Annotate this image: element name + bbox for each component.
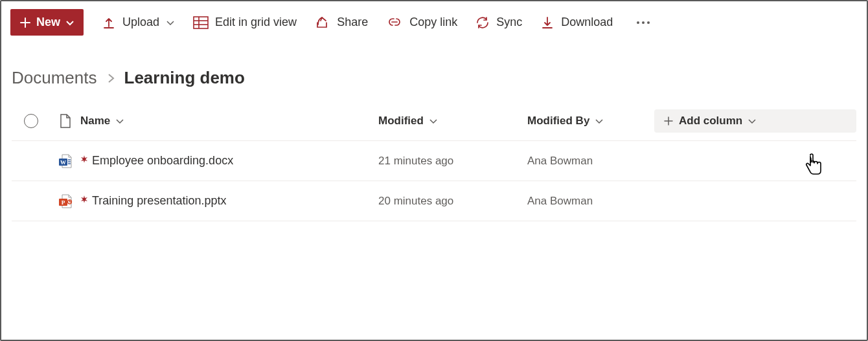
chevron-right-icon: [106, 72, 115, 84]
download-button[interactable]: Download: [540, 12, 613, 34]
new-badge-icon: [80, 193, 87, 199]
download-label: Download: [561, 16, 613, 29]
chevron-down-icon: [595, 116, 604, 126]
modified-value: 21 minutes ago: [378, 155, 453, 167]
new-badge-icon: [80, 153, 87, 159]
plus-icon: [663, 116, 674, 126]
edit-grid-label: Edit in grid view: [215, 16, 297, 29]
modified-by-value: Ana Bowman: [527, 195, 593, 207]
svg-point-4: [637, 21, 639, 24]
word-file-icon: W: [58, 153, 73, 169]
upload-button[interactable]: Upload: [102, 12, 175, 34]
file-name-link[interactable]: Training presentation.pptx: [92, 194, 226, 208]
copy-link-label: Copy link: [409, 16, 457, 29]
select-all-toggle[interactable]: [12, 114, 51, 128]
svg-point-6: [647, 21, 650, 24]
chevron-down-icon: [166, 18, 175, 27]
command-toolbar: New Upload Edit in grid view Share Copy …: [1, 1, 867, 43]
add-column-label: Add column: [679, 115, 742, 127]
modified-column-header[interactable]: Modified: [378, 115, 438, 127]
table-row[interactable]: P Training presentation.pptx 20 minutes …: [12, 181, 856, 221]
grid-icon: [193, 16, 209, 29]
add-column-button[interactable]: Add column: [654, 109, 856, 133]
file-icon: [60, 114, 71, 128]
filetype-column-header[interactable]: [51, 114, 80, 128]
chevron-down-icon: [65, 18, 74, 27]
table-row[interactable]: W Employee onboarding.docx 21 minutes ag…: [12, 141, 856, 181]
list-header-row: Name Modified Modified By Add column: [12, 101, 856, 141]
share-label: Share: [337, 16, 368, 29]
modified-value: 20 minutes ago: [378, 195, 453, 207]
modified-by-value: Ana Bowman: [527, 155, 593, 167]
svg-text:W: W: [60, 159, 66, 166]
ellipsis-icon: [636, 21, 650, 25]
modified-by-column-header[interactable]: Modified By: [527, 115, 604, 127]
upload-icon: [102, 16, 116, 30]
plus-icon: [19, 17, 31, 28]
file-name-link[interactable]: Employee onboarding.docx: [92, 154, 233, 168]
file-list: Name Modified Modified By Add column: [1, 101, 867, 221]
edit-grid-button[interactable]: Edit in grid view: [193, 12, 297, 33]
modified-column-label: Modified: [378, 115, 424, 127]
more-actions-button[interactable]: [631, 17, 656, 28]
sync-icon: [475, 16, 490, 30]
download-icon: [540, 16, 554, 30]
share-icon: [315, 16, 330, 30]
modified-by-column-label: Modified By: [527, 115, 589, 127]
new-button-label: New: [36, 16, 60, 29]
file-type-icon: P: [51, 193, 80, 209]
copy-link-button[interactable]: Copy link: [386, 12, 457, 33]
sync-label: Sync: [496, 16, 522, 29]
chevron-down-icon: [429, 116, 438, 126]
file-type-icon: W: [51, 153, 80, 169]
svg-rect-0: [194, 17, 208, 28]
sync-button[interactable]: Sync: [475, 12, 522, 34]
share-button[interactable]: Share: [315, 12, 368, 34]
powerpoint-file-icon: P: [58, 193, 73, 209]
svg-text:P: P: [62, 199, 65, 206]
chevron-down-icon: [748, 116, 757, 126]
name-column-header[interactable]: Name: [80, 115, 124, 127]
link-icon: [386, 16, 403, 29]
breadcrumb-parent-link[interactable]: Documents: [12, 68, 97, 88]
circle-icon: [24, 114, 38, 128]
breadcrumb-current: Learning demo: [124, 68, 245, 88]
upload-label: Upload: [122, 16, 159, 29]
new-button[interactable]: New: [10, 9, 84, 36]
name-column-label: Name: [80, 115, 110, 127]
svg-point-5: [642, 21, 645, 24]
chevron-down-icon: [115, 116, 124, 126]
breadcrumb: Documents Learning demo: [1, 43, 867, 101]
